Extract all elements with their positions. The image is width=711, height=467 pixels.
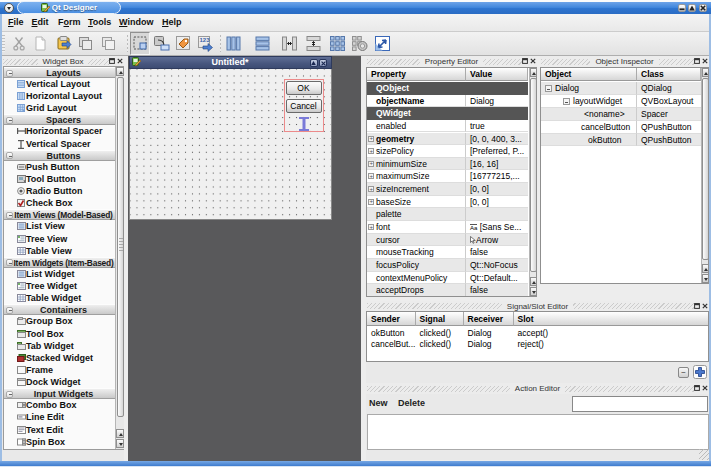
svg-text:123: 123 xyxy=(200,37,211,43)
